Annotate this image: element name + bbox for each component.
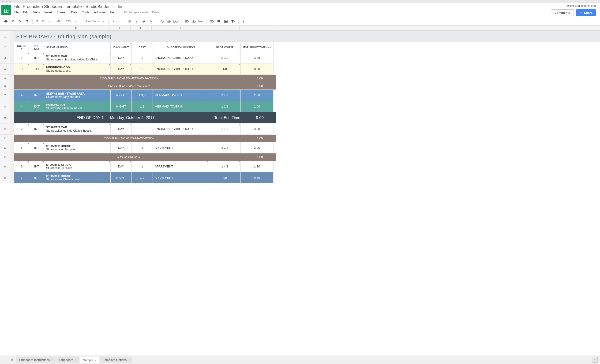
comments-button[interactable]: Comments — [551, 9, 574, 16]
cell-time[interactable]: 1:00 — [241, 101, 273, 112]
row-header[interactable]: 14 — [0, 161, 10, 172]
header-heading[interactable]: SCENE HEADING — [44, 42, 111, 52]
cell-pagecount[interactable]: 4/8 — [209, 64, 241, 75]
font-size-select[interactable]: 9▾ — [111, 20, 122, 23]
italic-icon[interactable]: I — [134, 18, 140, 24]
cell-heading[interactable]: STUART'S CARStuart sturms his guitar, wa… — [44, 52, 111, 64]
cell-daynight[interactable]: DAY — [111, 161, 132, 172]
h-align-icon[interactable]: ▾ — [184, 18, 190, 24]
col-header[interactable]: F — [131, 26, 152, 30]
fill-color-icon[interactable]: ▾ — [159, 18, 165, 24]
share-button[interactable]: Share — [576, 9, 596, 16]
cell-time[interactable]: 2:00 — [241, 142, 273, 154]
cell[interactable] — [10, 75, 14, 82]
menu-file[interactable]: File — [14, 10, 19, 14]
row-header[interactable]: 10 — [0, 123, 10, 135]
increase-decimal[interactable]: .00→ — [54, 19, 63, 23]
col-header[interactable]: E — [109, 26, 131, 30]
row-header[interactable]: 15 — [0, 172, 10, 183]
star-icon[interactable]: ☆ — [112, 4, 115, 9]
bold-icon[interactable]: B — [127, 18, 133, 24]
cell-time[interactable]: 3:30 — [241, 52, 273, 64]
row-header[interactable]: 4 — [0, 64, 10, 75]
row-header[interactable]: 7 — [0, 90, 10, 101]
cell-scene[interactable]: 9 — [14, 90, 29, 101]
cell-heading[interactable]: STUART'S HOUSEStuart shows Claire around… — [44, 172, 111, 183]
cell-scene[interactable]: 1 — [14, 52, 29, 64]
banner-cell[interactable]: // MEAL @ MERMAID TAVERN // — [14, 82, 244, 90]
cell-daynight[interactable]: NIGHT — [111, 101, 132, 112]
cell-pagecount[interactable]: 2 4/8 — [209, 90, 241, 101]
menu-insert[interactable]: Insert — [44, 10, 52, 14]
cell-scene[interactable]: 5 — [14, 142, 29, 154]
menu-view[interactable]: View — [33, 10, 40, 14]
cell-cast[interactable]: 1,2 — [132, 123, 153, 135]
cell-scene[interactable]: 7 — [14, 172, 29, 183]
cell-scene[interactable]: 6 — [14, 161, 29, 172]
cell-daynight[interactable]: DAY — [111, 52, 132, 64]
eod-total-time[interactable]: 9:00 — [244, 112, 276, 123]
eod-cell[interactable]: — END OF DAY 1 — Monday, October 2, 2017 — [14, 112, 212, 123]
cell-scene[interactable]: 2 — [14, 123, 29, 135]
cell-time[interactable]: 1:00 — [244, 82, 276, 90]
cell-intext[interactable]: INT — [29, 90, 44, 101]
banner-cell[interactable]: // COMPANY MOVE TO APARTMENT // — [14, 135, 244, 142]
cell-location[interactable]: APARTMENT — [153, 172, 209, 183]
cell-heading[interactable]: STUART'S CARStuart stakes outside Claire… — [44, 123, 111, 135]
row-header[interactable]: 3 — [0, 52, 10, 64]
cell[interactable] — [10, 90, 14, 101]
header-daynight[interactable]: DAY / NIGHT — [111, 42, 132, 52]
cell-daynight[interactable]: NIGHT — [111, 172, 132, 183]
filter-icon[interactable]: ▾ — [230, 18, 236, 24]
header-intext[interactable]: INT / EXT — [29, 42, 44, 52]
banner-cell[interactable]: // MEAL BREAK // — [14, 154, 244, 161]
cell[interactable] — [10, 161, 14, 172]
user-email[interactable]: hello@studiobinder.com — [566, 4, 596, 8]
cell-time[interactable]: 1:00 — [244, 135, 276, 142]
col-header[interactable]: G — [152, 26, 208, 30]
borders-icon[interactable]: ▾ — [166, 18, 172, 24]
header-scene[interactable]: SCENE # — [14, 42, 29, 52]
banner-cell[interactable]: // COMPANY MOVE TO MERMAID TAVERN // — [14, 75, 244, 82]
undo-icon[interactable]: ↶ — [10, 18, 16, 24]
cell-heading[interactable]: STUART'S HOUSEStuart jams on his guitar. — [44, 142, 111, 154]
cell-intext[interactable]: INT — [29, 123, 44, 135]
cell-pagecount[interactable]: 4/8 — [209, 172, 241, 183]
cell[interactable] — [10, 64, 14, 75]
cell-daynight[interactable]: DAY — [111, 123, 132, 135]
cell-cast[interactable]: 1 — [132, 142, 153, 154]
row-header[interactable]: 9 — [0, 112, 10, 123]
row-header[interactable]: 1 — [0, 31, 10, 42]
cell-time[interactable]: 3:00 — [241, 123, 273, 135]
row-header[interactable]: 12 — [0, 142, 10, 154]
cell-pagecount[interactable]: 2 2/8 — [209, 142, 241, 154]
insert-comment-icon[interactable] — [216, 18, 222, 24]
menu-data[interactable]: Data — [71, 10, 77, 14]
sheet-area[interactable]: B C D E F G H I J 1 STRIPBOARD · Touring… — [0, 26, 600, 355]
v-align-icon[interactable]: ▾ — [191, 18, 197, 24]
cell-pagecount[interactable]: 1 1/8 — [209, 101, 241, 112]
cell-intext[interactable]: EXT — [29, 64, 44, 75]
menu-add-ons[interactable]: Add-ons — [94, 10, 105, 14]
cell-location[interactable]: ENCINO NEIGHBORHOOD — [153, 123, 209, 135]
header-shoottime[interactable]: EST. SHOOT TIME (HRS) — [241, 42, 273, 52]
header-cast[interactable]: CAST — [132, 42, 153, 52]
cell-intext[interactable]: INT — [29, 172, 44, 183]
sheets-logo[interactable] — [1, 5, 11, 15]
insert-link-icon[interactable] — [209, 18, 215, 24]
cell-pagecount[interactable]: 1 4/8 — [209, 161, 241, 172]
text-wrap-icon[interactable]: ▾ — [198, 18, 204, 24]
cell-heading[interactable]: PARKING LOTStuart walks Claire to the ca… — [44, 101, 111, 112]
row-header[interactable]: 13 — [0, 154, 10, 161]
cell-location[interactable]: MERMAID TAVERN — [153, 101, 209, 112]
cell[interactable] — [10, 142, 14, 154]
col-header[interactable]: D — [43, 26, 109, 30]
cell[interactable] — [10, 82, 14, 90]
cell-cast[interactable]: 1,2 — [132, 64, 153, 75]
format-currency[interactable]: $ — [35, 20, 39, 23]
font-select[interactable]: Open Sans▾ — [83, 20, 106, 23]
cell-intext[interactable]: INT — [29, 161, 44, 172]
select-all-corner[interactable] — [0, 26, 10, 30]
cell-cast[interactable]: 1,2 — [132, 101, 153, 112]
cell-scene[interactable]: 3 — [14, 64, 29, 75]
